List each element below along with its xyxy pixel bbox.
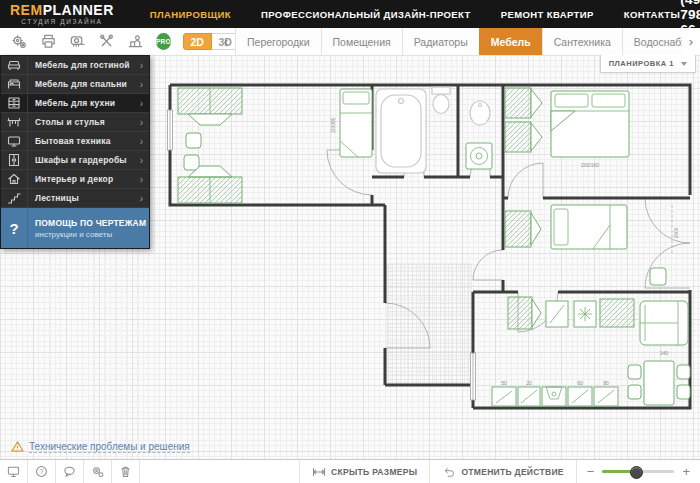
- dining-table[interactable]: [628, 361, 690, 405]
- bookshelf-top[interactable]: [178, 88, 242, 125]
- wardrobe-middle[interactable]: [505, 211, 541, 247]
- zoom-slider-handle[interactable]: [630, 466, 643, 479]
- kitchen-dim-1: 50: [501, 380, 507, 386]
- item-arrow-icon: ›: [140, 155, 143, 166]
- tab-vodosnabzhenie[interactable]: Водоснабжение: [622, 28, 682, 55]
- category-tabs: Перегородки Помещения Радиаторы Мебель С…: [235, 28, 682, 55]
- dimensions-icon: [312, 467, 326, 477]
- item-arrow-icon: ›: [140, 193, 143, 204]
- sidebar-item-decor[interactable]: Интерьер и декор ›: [1, 170, 149, 189]
- sidebar-item-living-room[interactable]: Мебель для гостиной ›: [1, 56, 149, 75]
- logo[interactable]: REMPLANNER СТУДИЯ ДИЗАЙНА: [10, 3, 114, 26]
- tabs-scroll-left[interactable]: ‹: [217, 28, 235, 55]
- sidebar-item-stairs[interactable]: Лестницы ›: [1, 189, 149, 208]
- item-arrow-icon: ›: [140, 98, 143, 109]
- footer-spacer: [140, 460, 299, 483]
- sidebar-item-appliances[interactable]: Бытовая техника ›: [1, 132, 149, 151]
- layout-selector[interactable]: ПЛАНИРОВКА 1: [600, 55, 696, 73]
- sidebar-item-label: Бытовая техника: [28, 136, 140, 146]
- app-header: REMPLANNER СТУДИЯ ДИЗАЙНА ПЛАНИРОВЩИК ПР…: [0, 0, 700, 28]
- nav-design-project[interactable]: ПРОФЕССИОНАЛЬНЫЙ ДИЗАЙН-ПРОЕКТ: [261, 9, 471, 20]
- bathtub[interactable]: [376, 89, 426, 173]
- chair-2[interactable]: [184, 155, 199, 170]
- zoom-control: − +: [576, 460, 700, 483]
- nav-contacts[interactable]: КОНТАКТЫ: [624, 9, 680, 20]
- help-icon[interactable]: ?: [28, 460, 56, 483]
- item-arrow-icon: ›: [140, 174, 143, 185]
- trash-icon[interactable]: [112, 460, 140, 483]
- sidebar-item-bedroom[interactable]: Мебель для спальни ›: [1, 75, 149, 94]
- wall-dimension: 1500: [673, 227, 679, 238]
- sofa-icon: [1, 56, 28, 74]
- washing-machine[interactable]: [466, 143, 492, 169]
- hide-dimensions-button[interactable]: СКРЫТЬ РАЗМЕРЫ: [299, 460, 429, 483]
- footer-bar: ? СКРЫТЬ РАЗМЕРЫ ОТМЕНИТЬ ДЕЙСТВИЕ − +: [0, 459, 700, 483]
- toilet[interactable]: [432, 87, 450, 114]
- settings-gears-icon[interactable]: [11, 33, 28, 50]
- designer-icon[interactable]: [127, 33, 144, 50]
- item-arrow-icon: ›: [140, 136, 143, 147]
- svg-text:?: ?: [40, 468, 44, 475]
- sidebar-item-label: Интерьер и декор: [28, 174, 140, 184]
- header-nav: ПЛАНИРОВЩИК ПРОФЕССИОНАЛЬНЫЙ ДИЗАЙН-ПРОЕ…: [150, 9, 680, 20]
- chat-icon[interactable]: [56, 460, 84, 483]
- double-bed[interactable]: [551, 91, 629, 157]
- help-subtitle: инструкции и советы: [35, 230, 146, 239]
- sidebar-item-wardrobes[interactable]: Шкафы и гардеробы ›: [1, 151, 149, 170]
- light-unit[interactable]: [574, 301, 596, 327]
- chair-1[interactable]: [186, 133, 201, 148]
- tabs-scroll-right[interactable]: ›: [682, 28, 700, 55]
- bed-icon: [1, 75, 28, 93]
- sidebar-item-label: Лестницы: [28, 193, 140, 203]
- zoom-slider[interactable]: [602, 470, 674, 473]
- zoom-in-button[interactable]: +: [682, 465, 690, 478]
- sofa[interactable]: [640, 301, 688, 345]
- wardrobe-niche[interactable]: [505, 88, 542, 152]
- tab-radiatory[interactable]: Радиаторы: [402, 28, 479, 55]
- single-bed-middle[interactable]: [551, 205, 627, 249]
- undo-arrow-icon: [442, 465, 456, 479]
- sidebar-help-section[interactable]: ? ПОМОЩЬ ПО ЧЕРТЕЖАМ инструкции и советы: [1, 208, 149, 248]
- nav-planner[interactable]: ПЛАНИРОВЩИК: [150, 9, 231, 20]
- home-icon: [1, 170, 28, 188]
- undo-button[interactable]: ОТМЕНИТЬ ДЕЙСТВИЕ: [429, 460, 575, 483]
- help-title: ПОМОЩЬ ПО ЧЕРТЕЖАМ: [35, 218, 146, 228]
- sidebar-item-label: Столы и стулья: [28, 117, 140, 127]
- tab-mebel[interactable]: Мебель: [479, 28, 542, 55]
- question-mark-icon: ?: [1, 208, 28, 248]
- logo-subtitle: СТУДИЯ ДИЗАЙНА: [10, 19, 114, 26]
- item-arrow-icon: ›: [140, 117, 143, 128]
- bookshelf-bottom[interactable]: [178, 166, 242, 203]
- logo-part2: PLANNER: [43, 2, 114, 18]
- tab-santehnika[interactable]: Сантехника: [542, 28, 622, 55]
- printer-icon[interactable]: [40, 33, 57, 50]
- floor-plan[interactable]: 200/90 200/160 1500: [148, 55, 700, 460]
- item-arrow-icon: ›: [140, 60, 143, 71]
- tab-peregorodki[interactable]: Перегородки: [235, 28, 321, 55]
- chevron-left-icon: ‹: [224, 34, 228, 49]
- tool-icons: PRO 2D 3D: [0, 28, 217, 55]
- support-link[interactable]: Технические проблемы и решения: [29, 441, 190, 453]
- sidebar-item-tables-chairs[interactable]: Столы и стулья ›: [1, 113, 149, 132]
- mirror-unit[interactable]: [546, 301, 568, 327]
- hide-dimensions-label: СКРЫТЬ РАЗМЕРЫ: [331, 467, 417, 477]
- wardrobe-small[interactable]: [600, 299, 634, 327]
- kitchen-cabinets[interactable]: [492, 387, 618, 406]
- sofa-dimension: 140: [660, 350, 669, 356]
- sidebar-item-kitchen[interactable]: Мебель для кухни ›: [1, 94, 149, 113]
- view-2d-button[interactable]: 2D: [183, 33, 212, 50]
- kitchen-dim-2: 20: [526, 380, 532, 386]
- nav-remont[interactable]: РЕМОНТ КВАРТИР: [501, 9, 594, 20]
- chevron-right-icon: ›: [689, 34, 693, 49]
- settings-icon[interactable]: [84, 460, 112, 483]
- single-bed-left[interactable]: [340, 89, 372, 157]
- sink[interactable]: [470, 101, 490, 125]
- measuring-tape-icon[interactable]: [69, 33, 86, 50]
- wardrobe-living[interactable]: [508, 297, 541, 329]
- chair-middle[interactable]: [650, 268, 666, 285]
- repair-tools-icon[interactable]: [98, 33, 115, 50]
- monitor-icon[interactable]: [0, 460, 28, 483]
- pro-badge[interactable]: PRO: [156, 33, 171, 50]
- tab-pomescheniya[interactable]: Помещения: [321, 28, 402, 55]
- zoom-out-button[interactable]: −: [587, 465, 595, 478]
